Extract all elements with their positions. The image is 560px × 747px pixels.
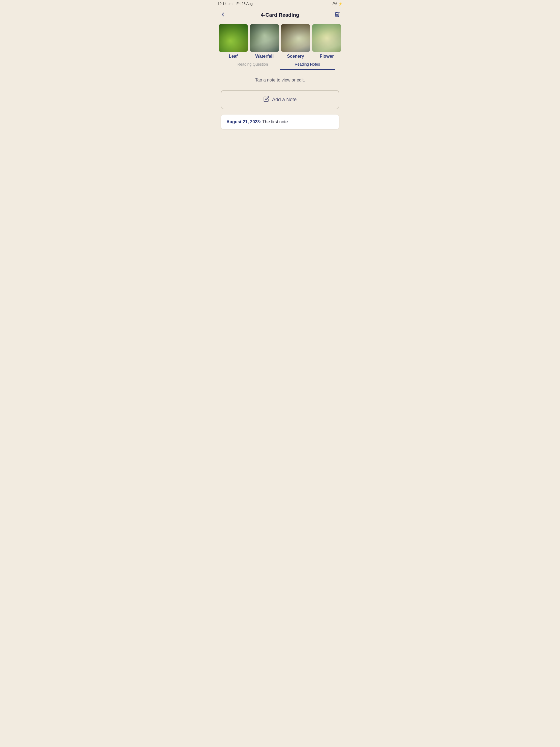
- note-item[interactable]: August 21, 2023: The first note: [221, 114, 339, 129]
- content-area: Tap a note to view or edit. Add a Note A…: [214, 70, 346, 136]
- card-scenery[interactable]: Scenery: [281, 24, 310, 59]
- card-image-flower: [312, 24, 341, 52]
- add-note-label: Add a Note: [272, 97, 297, 103]
- nav-bar: 4-Card Reading: [214, 7, 346, 23]
- battery-percent: 2%: [332, 2, 337, 6]
- card-leaf[interactable]: Leaf: [219, 24, 248, 59]
- card-image-waterfall: [250, 24, 279, 52]
- note-text: The first note: [261, 120, 288, 124]
- lightning-icon: ⚡: [338, 2, 342, 6]
- card-name-waterfall: Waterfall: [255, 54, 274, 59]
- card-image-leaf: [219, 24, 248, 52]
- cards-row: Leaf Waterfall Scenery Flower: [219, 24, 341, 59]
- status-time-date: 12:14 pm Fri 25 Aug: [218, 2, 253, 6]
- delete-button[interactable]: [333, 10, 341, 20]
- card-name-leaf: Leaf: [229, 54, 238, 59]
- card-flower[interactable]: Flower: [312, 24, 341, 59]
- tab-reading-notes[interactable]: Reading Notes: [280, 60, 335, 70]
- note-date: August 21, 2023:: [226, 120, 261, 124]
- back-button[interactable]: [219, 10, 227, 20]
- tap-hint: Tap a note to view or edit.: [221, 78, 339, 83]
- card-strip: Leaf Waterfall Scenery Flower Reading Qu…: [214, 24, 346, 70]
- page-title: 4-Card Reading: [261, 12, 299, 18]
- status-date: Fri 25 Aug: [236, 2, 253, 6]
- add-note-icon: [263, 96, 269, 103]
- card-waterfall[interactable]: Waterfall: [250, 24, 279, 59]
- tab-reading-question[interactable]: Reading Question: [225, 60, 280, 70]
- card-image-scenery: [281, 24, 310, 52]
- status-bar: 12:14 pm Fri 25 Aug 2% ⚡: [214, 0, 346, 7]
- status-right: 2% ⚡: [332, 2, 342, 6]
- tabs-row: Reading Question Reading Notes: [219, 60, 341, 70]
- add-note-button[interactable]: Add a Note: [221, 90, 339, 109]
- card-name-scenery: Scenery: [287, 54, 304, 59]
- card-name-flower: Flower: [320, 54, 334, 59]
- status-time: 12:14 pm: [218, 2, 232, 6]
